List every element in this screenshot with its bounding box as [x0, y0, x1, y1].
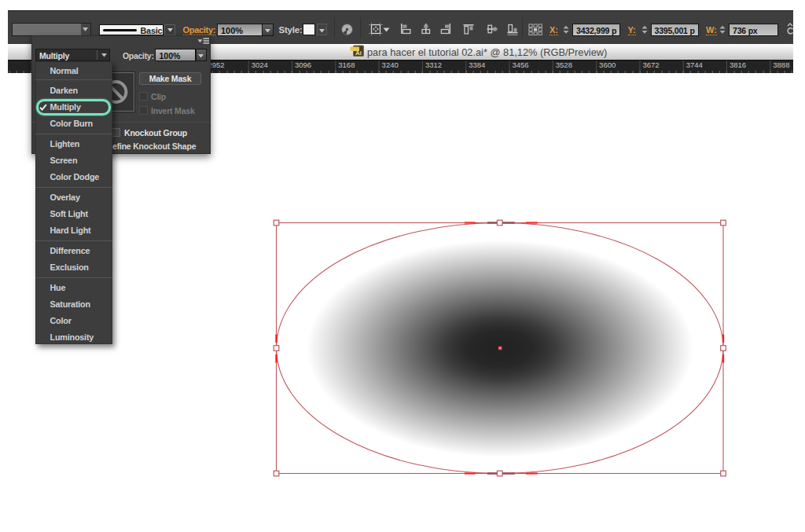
svg-text:3096: 3096	[295, 61, 311, 69]
svg-text:3312: 3312	[425, 61, 442, 69]
svg-text:2952: 2952	[208, 61, 224, 69]
svg-text:3744: 3744	[686, 61, 703, 69]
svg-text:Ai: Ai	[355, 49, 362, 56]
svg-text:3456: 3456	[513, 61, 529, 69]
svg-text:3240: 3240	[382, 61, 399, 69]
svg-text:3024: 3024	[252, 61, 268, 69]
svg-text:3888: 3888	[773, 61, 789, 69]
svg-text:3168: 3168	[338, 61, 355, 69]
svg-text:3528: 3528	[556, 61, 572, 69]
svg-text:3816: 3816	[730, 61, 746, 69]
svg-text:3672: 3672	[642, 61, 659, 69]
svg-text:3600: 3600	[599, 61, 616, 69]
svg-text:3384: 3384	[469, 61, 485, 69]
